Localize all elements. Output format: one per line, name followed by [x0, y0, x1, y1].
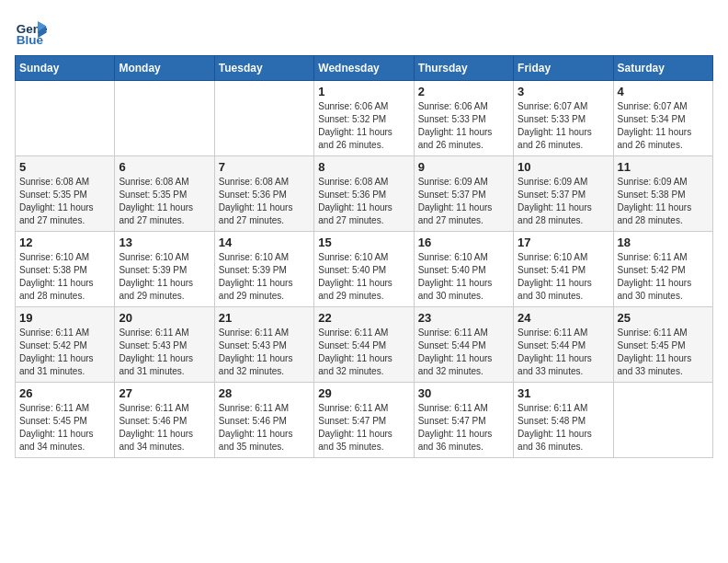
- day-info: Sunrise: 6:06 AM Sunset: 5:33 PM Dayligh…: [418, 100, 509, 152]
- day-info: Sunrise: 6:11 AM Sunset: 5:44 PM Dayligh…: [318, 327, 409, 378]
- day-number: 18: [618, 236, 709, 249]
- calendar-cell: 9Sunrise: 6:09 AM Sunset: 5:37 PM Daylig…: [414, 156, 513, 232]
- calendar-cell: [613, 383, 712, 458]
- day-info: Sunrise: 6:11 AM Sunset: 5:45 PM Dayligh…: [618, 327, 709, 378]
- day-info: Sunrise: 6:07 AM Sunset: 5:34 PM Dayligh…: [618, 100, 709, 152]
- day-number: 20: [119, 311, 210, 325]
- calendar-cell: 7Sunrise: 6:08 AM Sunset: 5:36 PM Daylig…: [214, 156, 313, 232]
- calendar-week-row: 1Sunrise: 6:06 AM Sunset: 5:32 PM Daylig…: [16, 81, 713, 156]
- day-number: 28: [219, 386, 310, 400]
- day-number: 11: [618, 160, 709, 174]
- day-info: Sunrise: 6:08 AM Sunset: 5:36 PM Dayligh…: [318, 176, 409, 227]
- calendar-cell: 26Sunrise: 6:11 AM Sunset: 5:45 PM Dayli…: [16, 383, 115, 458]
- calendar-cell: 8Sunrise: 6:08 AM Sunset: 5:36 PM Daylig…: [314, 156, 414, 232]
- day-number: 23: [418, 311, 509, 325]
- day-info: Sunrise: 6:08 AM Sunset: 5:35 PM Dayligh…: [19, 176, 110, 227]
- calendar-week-row: 5Sunrise: 6:08 AM Sunset: 5:35 PM Daylig…: [16, 156, 713, 232]
- calendar-cell: 1Sunrise: 6:06 AM Sunset: 5:32 PM Daylig…: [314, 81, 414, 156]
- day-number: 24: [518, 311, 609, 325]
- day-number: 2: [418, 85, 509, 98]
- calendar-cell: 11Sunrise: 6:09 AM Sunset: 5:38 PM Dayli…: [613, 156, 712, 232]
- day-info: Sunrise: 6:09 AM Sunset: 5:38 PM Dayligh…: [618, 176, 709, 227]
- day-info: Sunrise: 6:10 AM Sunset: 5:40 PM Dayligh…: [318, 251, 409, 303]
- calendar-cell: 14Sunrise: 6:10 AM Sunset: 5:39 PM Dayli…: [214, 232, 313, 307]
- day-info: Sunrise: 6:11 AM Sunset: 5:47 PM Dayligh…: [318, 402, 409, 454]
- calendar-cell: [115, 81, 214, 156]
- calendar-cell: 21Sunrise: 6:11 AM Sunset: 5:43 PM Dayli…: [214, 307, 313, 383]
- calendar-cell: 20Sunrise: 6:11 AM Sunset: 5:43 PM Dayli…: [115, 307, 214, 383]
- page-header: General Blue: [15, 15, 713, 48]
- day-info: Sunrise: 6:11 AM Sunset: 5:44 PM Dayligh…: [418, 327, 509, 378]
- calendar-cell: 2Sunrise: 6:06 AM Sunset: 5:33 PM Daylig…: [414, 81, 513, 156]
- calendar-cell: 3Sunrise: 6:07 AM Sunset: 5:33 PM Daylig…: [514, 81, 613, 156]
- calendar-cell: 24Sunrise: 6:11 AM Sunset: 5:44 PM Dayli…: [514, 307, 613, 383]
- day-number: 6: [119, 160, 210, 174]
- calendar-cell: 19Sunrise: 6:11 AM Sunset: 5:42 PM Dayli…: [16, 307, 115, 383]
- calendar-cell: 6Sunrise: 6:08 AM Sunset: 5:35 PM Daylig…: [115, 156, 214, 232]
- weekday-header-cell: Monday: [115, 56, 214, 81]
- day-number: 19: [19, 311, 110, 325]
- day-info: Sunrise: 6:11 AM Sunset: 5:42 PM Dayligh…: [19, 327, 110, 378]
- weekday-header-cell: Saturday: [613, 56, 712, 81]
- calendar-week-row: 26Sunrise: 6:11 AM Sunset: 5:45 PM Dayli…: [16, 383, 713, 458]
- weekday-header-cell: Tuesday: [214, 56, 313, 81]
- calendar-cell: [16, 81, 115, 156]
- day-info: Sunrise: 6:11 AM Sunset: 5:43 PM Dayligh…: [219, 327, 310, 378]
- day-number: 26: [19, 386, 110, 400]
- weekday-header-cell: Sunday: [16, 56, 115, 81]
- day-number: 17: [518, 236, 609, 249]
- day-number: 13: [119, 236, 210, 249]
- day-number: 14: [219, 236, 310, 249]
- calendar-cell: [214, 81, 313, 156]
- calendar-cell: 30Sunrise: 6:11 AM Sunset: 5:47 PM Dayli…: [414, 383, 513, 458]
- day-info: Sunrise: 6:08 AM Sunset: 5:35 PM Dayligh…: [119, 176, 210, 227]
- calendar-cell: 12Sunrise: 6:10 AM Sunset: 5:38 PM Dayli…: [16, 232, 115, 307]
- calendar-cell: 17Sunrise: 6:10 AM Sunset: 5:41 PM Dayli…: [514, 232, 613, 307]
- logo: General Blue: [15, 15, 51, 48]
- day-info: Sunrise: 6:10 AM Sunset: 5:41 PM Dayligh…: [518, 251, 609, 303]
- calendar-cell: 18Sunrise: 6:11 AM Sunset: 5:42 PM Dayli…: [613, 232, 712, 307]
- day-info: Sunrise: 6:08 AM Sunset: 5:36 PM Dayligh…: [219, 176, 310, 227]
- day-number: 3: [518, 85, 609, 98]
- calendar-table: SundayMondayTuesdayWednesdayThursdayFrid…: [15, 55, 713, 458]
- day-info: Sunrise: 6:11 AM Sunset: 5:46 PM Dayligh…: [119, 402, 210, 454]
- day-number: 30: [418, 386, 509, 400]
- day-info: Sunrise: 6:10 AM Sunset: 5:39 PM Dayligh…: [119, 251, 210, 303]
- calendar-cell: 31Sunrise: 6:11 AM Sunset: 5:48 PM Dayli…: [514, 383, 613, 458]
- day-info: Sunrise: 6:11 AM Sunset: 5:43 PM Dayligh…: [119, 327, 210, 378]
- day-number: 1: [318, 85, 409, 98]
- day-info: Sunrise: 6:11 AM Sunset: 5:45 PM Dayligh…: [19, 402, 110, 454]
- day-info: Sunrise: 6:07 AM Sunset: 5:33 PM Dayligh…: [518, 100, 609, 152]
- day-info: Sunrise: 6:10 AM Sunset: 5:39 PM Dayligh…: [219, 251, 310, 303]
- day-number: 8: [318, 160, 409, 174]
- day-number: 22: [318, 311, 409, 325]
- calendar-cell: 22Sunrise: 6:11 AM Sunset: 5:44 PM Dayli…: [314, 307, 414, 383]
- calendar-cell: 5Sunrise: 6:08 AM Sunset: 5:35 PM Daylig…: [16, 156, 115, 232]
- day-number: 12: [19, 236, 110, 249]
- day-number: 29: [318, 386, 409, 400]
- day-info: Sunrise: 6:09 AM Sunset: 5:37 PM Dayligh…: [518, 176, 609, 227]
- day-info: Sunrise: 6:10 AM Sunset: 5:40 PM Dayligh…: [418, 251, 509, 303]
- calendar-body: 1Sunrise: 6:06 AM Sunset: 5:32 PM Daylig…: [16, 81, 713, 458]
- day-number: 16: [418, 236, 509, 249]
- day-info: Sunrise: 6:09 AM Sunset: 5:37 PM Dayligh…: [418, 176, 509, 227]
- weekday-header-cell: Wednesday: [314, 56, 414, 81]
- day-info: Sunrise: 6:11 AM Sunset: 5:48 PM Dayligh…: [518, 402, 609, 454]
- calendar-cell: 28Sunrise: 6:11 AM Sunset: 5:46 PM Dayli…: [214, 383, 313, 458]
- calendar-cell: 27Sunrise: 6:11 AM Sunset: 5:46 PM Dayli…: [115, 383, 214, 458]
- day-number: 25: [618, 311, 709, 325]
- day-info: Sunrise: 6:11 AM Sunset: 5:44 PM Dayligh…: [518, 327, 609, 378]
- day-info: Sunrise: 6:11 AM Sunset: 5:46 PM Dayligh…: [219, 402, 310, 454]
- day-number: 5: [19, 160, 110, 174]
- day-info: Sunrise: 6:06 AM Sunset: 5:32 PM Dayligh…: [318, 100, 409, 152]
- day-number: 15: [318, 236, 409, 249]
- day-info: Sunrise: 6:11 AM Sunset: 5:42 PM Dayligh…: [618, 251, 709, 303]
- logo-icon: General Blue: [15, 15, 48, 48]
- day-number: 7: [219, 160, 310, 174]
- day-number: 21: [219, 311, 310, 325]
- calendar-cell: 15Sunrise: 6:10 AM Sunset: 5:40 PM Dayli…: [314, 232, 414, 307]
- day-number: 31: [518, 386, 609, 400]
- day-info: Sunrise: 6:11 AM Sunset: 5:47 PM Dayligh…: [418, 402, 509, 454]
- calendar-week-row: 12Sunrise: 6:10 AM Sunset: 5:38 PM Dayli…: [16, 232, 713, 307]
- calendar-cell: 25Sunrise: 6:11 AM Sunset: 5:45 PM Dayli…: [613, 307, 712, 383]
